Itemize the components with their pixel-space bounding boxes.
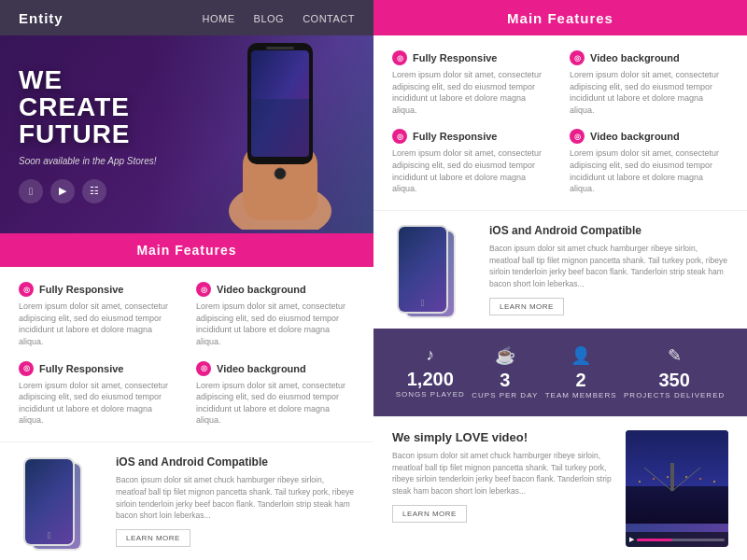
feature-r1-text: Lorem ipsum dolor sit amet, consectetur … <box>392 69 551 116</box>
phone-desc-text-left: Bacon ipsum dolor sit amet chuck hamburg… <box>116 474 355 522</box>
hero-text-block: WE CREATE FUTURE Soon available in the A… <box>19 66 157 203</box>
svg-point-16 <box>685 476 687 478</box>
hero-section: WE CREATE FUTURE Soon available in the A… <box>0 35 374 233</box>
feature-1-title: ◎ Fully Responsive <box>19 282 177 297</box>
svg-point-15 <box>667 476 669 478</box>
coffee-icon: ☕ <box>472 345 538 366</box>
play-store-icon[interactable]: ▶ <box>50 179 75 203</box>
svg-rect-12 <box>670 463 674 491</box>
stat-songs-number: 1,200 <box>396 369 465 390</box>
stat-cups-label: CUPS PER DAY <box>472 391 538 399</box>
love-video-learn-more[interactable]: LEARN MORE <box>392 505 467 523</box>
right-pink-banner: Main Features <box>374 0 747 35</box>
video-controls[interactable]: ▶ <box>626 532 728 547</box>
svg-point-18 <box>713 481 715 483</box>
stat-team-number: 2 <box>545 370 617 391</box>
stat-team: 👤 2 TEAM MEMBERS <box>545 345 617 399</box>
svg-point-13 <box>639 481 641 483</box>
feature-3-icon: ◎ <box>19 361 34 376</box>
feature-2: ◎ Video background Lorem ipsum dolor sit… <box>196 282 355 347</box>
feature-r2-title: ◎ Video background <box>570 50 728 65</box>
stat-cups: ☕ 3 CUPS PER DAY <box>472 345 538 399</box>
phone-desc-right:  iOS and Android Compatible Bacon ipsum… <box>374 210 747 329</box>
nav-links: HOME BLOG CONTACT <box>203 9 355 26</box>
feature-1-text: Lorem ipsum dolor sit amet, consectetur … <box>19 301 177 347</box>
features-grid-right: ◎ Fully Responsive Lorem ipsum dolor sit… <box>374 35 747 210</box>
hero-subtitle: Soon available in the App Stores! <box>19 156 157 166</box>
phone-hand-svg <box>215 35 345 230</box>
phone-image-right:  <box>392 224 476 315</box>
feature-r4-icon: ◎ <box>570 129 585 144</box>
svg-rect-5 <box>251 99 309 157</box>
love-video-thumbnail[interactable]: ▶ <box>626 430 728 547</box>
left-pink-banner: Main Features <box>0 233 374 267</box>
feature-4-text: Lorem ipsum dolor sit amet, consectetur … <box>196 380 355 427</box>
video-thumbnail-image <box>626 430 728 524</box>
features-grid-left: ◎ Fully Responsive Lorem ipsum dolor sit… <box>0 267 374 441</box>
learn-more-button-right[interactable]: LEARN MORE <box>489 298 564 315</box>
svg-rect-9 <box>626 486 728 524</box>
feature-1: ◎ Fully Responsive Lorem ipsum dolor sit… <box>19 282 177 347</box>
progress-bar-fill <box>637 539 672 541</box>
stat-projects-label: PROJECTS DELIVERED <box>624 391 725 399</box>
nav-home[interactable]: HOME <box>203 13 235 24</box>
feature-r3-text: Lorem ipsum dolor sit amet, consectetur … <box>392 147 551 194</box>
svg-point-17 <box>699 478 701 480</box>
svg-rect-6 <box>266 47 294 49</box>
hero-phone-image <box>215 35 345 233</box>
logo: Entity <box>19 10 63 26</box>
windows-store-icon[interactable]: ☷ <box>82 179 106 203</box>
apple-store-icon[interactable]:  <box>19 179 43 203</box>
feature-r3: ◎ Fully Responsive Lorem ipsum dolor sit… <box>392 129 551 194</box>
phone-desc-content-left: iOS and Android Compatible Bacon ipsum d… <box>116 455 355 547</box>
svg-point-7 <box>275 168 286 179</box>
love-video-content: We simply LOVE video! Bacon ipsum dolor … <box>392 430 613 547</box>
music-icon: ♪ <box>396 345 465 365</box>
stat-projects-number: 350 <box>624 370 725 391</box>
feature-r4-text: Lorem ipsum dolor sit amet, consectetur … <box>570 147 728 194</box>
svg-point-14 <box>653 478 655 480</box>
navigation: Entity HOME BLOG CONTACT <box>0 0 374 35</box>
feature-4-icon: ◎ <box>196 361 211 376</box>
feature-r1: ◎ Fully Responsive Lorem ipsum dolor sit… <box>392 50 551 116</box>
stat-songs: ♪ 1,200 SONGS PLAYED <box>396 345 465 399</box>
nav-blog[interactable]: BLOG <box>254 13 285 24</box>
phone-desc-text-right: Bacon ipsum dolor sit amet chuck hamburg… <box>489 243 728 290</box>
phone-desc-content-right: iOS and Android Compatible Bacon ipsum d… <box>489 224 728 315</box>
phone-desc-title-left: iOS and Android Compatible <box>116 455 355 469</box>
feature-r2-text: Lorem ipsum dolor sit amet, consectetur … <box>570 69 728 116</box>
play-button-icon[interactable]: ▶ <box>629 536 634 543</box>
feature-r4-title: ◎ Video background <box>570 129 728 144</box>
phone-desc-left:  iOS and Android Compatible Bacon ipsum… <box>0 441 374 560</box>
stat-team-label: TEAM MEMBERS <box>545 391 617 399</box>
stat-projects: ✎ 350 PROJECTS DELIVERED <box>624 345 725 399</box>
feature-4-title: ◎ Video background <box>196 361 355 376</box>
feature-3: ◎ Fully Responsive Lorem ipsum dolor sit… <box>19 361 177 427</box>
phone-desc-title-right: iOS and Android Compatible <box>489 224 728 237</box>
feature-r3-title: ◎ Fully Responsive <box>392 129 551 144</box>
phone-image-left:  <box>19 455 103 547</box>
love-video-text: Bacon ipsum dolor sit amet chuck hamburg… <box>392 450 613 497</box>
feature-3-title: ◎ Fully Responsive <box>19 361 177 376</box>
stat-songs-label: SONGS PLAYED <box>396 390 465 399</box>
nav-contact[interactable]: CONTACT <box>303 13 355 24</box>
feature-r3-icon: ◎ <box>392 129 407 144</box>
love-video-title: We simply LOVE video! <box>392 430 613 444</box>
right-column: Main Features ◎ Fully Responsive Lorem i… <box>374 0 747 560</box>
feature-r1-title: ◎ Fully Responsive <box>392 50 551 65</box>
hero-headline: WE CREATE FUTURE <box>19 66 157 148</box>
feature-r4: ◎ Video background Lorem ipsum dolor sit… <box>570 129 728 194</box>
feature-3-text: Lorem ipsum dolor sit amet, consectetur … <box>19 380 177 427</box>
feature-2-icon: ◎ <box>196 282 211 297</box>
feature-r1-icon: ◎ <box>392 50 407 65</box>
feature-r2: ◎ Video background Lorem ipsum dolor sit… <box>570 50 728 116</box>
team-icon: 👤 <box>545 345 617 366</box>
progress-bar <box>637 539 725 541</box>
feature-r2-icon: ◎ <box>570 50 585 65</box>
stats-section: ♪ 1,200 SONGS PLAYED ☕ 3 CUPS PER DAY 👤 … <box>374 329 747 416</box>
app-store-icons:  ▶ ☷ <box>19 179 157 203</box>
feature-1-icon: ◎ <box>19 282 34 297</box>
love-video-section: We simply LOVE video! Bacon ipsum dolor … <box>374 416 747 560</box>
learn-more-button-left[interactable]: LEARN MORE <box>116 529 190 547</box>
left-column: Entity HOME BLOG CONTACT WE CREATE FUTUR… <box>0 0 374 560</box>
